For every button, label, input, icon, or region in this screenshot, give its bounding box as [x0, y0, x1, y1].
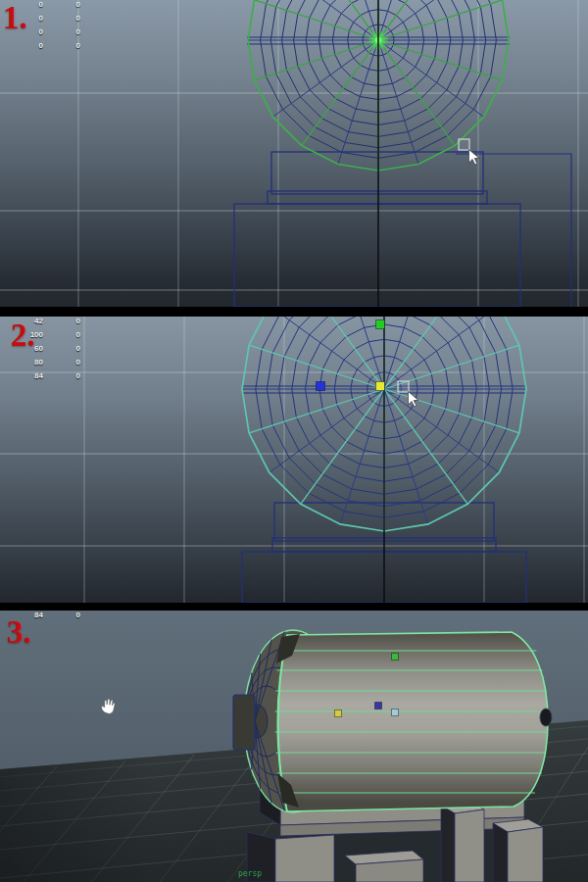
viewport-panel-1[interactable]: 0 0 0 0 0 0 0 0 1. [0, 0, 588, 307]
vertex-marker-yellow[interactable] [376, 382, 385, 391]
hud-value: 0 [59, 25, 80, 39]
perspective-shaded-scene [0, 611, 588, 882]
hud-value: 0 [59, 12, 80, 25]
step-number-2: 2. [11, 319, 35, 352]
hud-value: 0 [14, 39, 43, 53]
panel-separator [0, 603, 588, 611]
hud-value: 84 [14, 369, 43, 383]
hud-value: 0 [59, 356, 80, 369]
camera-name-label: persp [238, 869, 262, 878]
hud-value: 0 [59, 317, 80, 328]
front-view-wireframe-scene [0, 0, 588, 307]
hud-value: 0 [59, 0, 80, 12]
hud-value: 0 [59, 328, 80, 342]
maya-tutorial-screenshot: 0 0 0 0 0 0 0 0 1. 42 100 60 80 84 [0, 0, 588, 882]
vertex-marker-purple[interactable] [375, 703, 382, 710]
hud-value: 0 [59, 342, 80, 356]
backdrop-edge [456, 154, 571, 307]
vertex-marker-green[interactable] [376, 320, 385, 329]
viewport-panel-2[interactable]: 42 100 60 80 84 0 0 0 0 0 2. [0, 317, 588, 603]
hud-value: 0 [59, 611, 80, 622]
hud-value: 0 [59, 369, 80, 383]
hud-value: 80 [14, 356, 43, 369]
panel-separator [0, 307, 588, 317]
pedestal-base [234, 152, 520, 307]
vertex-marker-blue[interactable] [317, 382, 325, 391]
vertex-marker-green[interactable] [392, 654, 399, 661]
colored-vertex-markers [317, 320, 385, 391]
axle-knob [540, 709, 552, 726]
hud-column-selected: 0 0 0 0 [59, 0, 80, 53]
hud-column-selected: 0 0 0 0 0 [59, 317, 80, 383]
hud-value: 0 [59, 39, 80, 53]
pan-hand-cursor [102, 699, 116, 713]
viewport-panel-3[interactable]: 84 0 3. persp [0, 611, 588, 882]
front-view-wireframe-scene [0, 317, 588, 603]
hud-column-selected: 0 [59, 611, 80, 622]
vertex-marker-lightblue[interactable] [392, 710, 399, 716]
vertex-marker-yellow[interactable] [335, 710, 342, 717]
step-number-1: 1. [3, 2, 27, 34]
step-number-3: 3. [7, 616, 31, 649]
